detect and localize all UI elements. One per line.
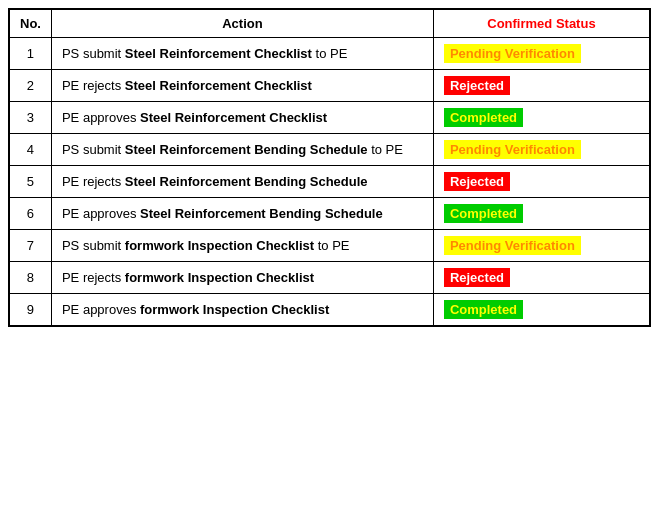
row-action-7: PS submit formwork Inspection Checklist … [51, 230, 433, 262]
row-action-5: PE rejects Steel Reinforcement Bending S… [51, 166, 433, 198]
row-no-4: 4 [9, 134, 51, 166]
row-status-3: Completed [433, 102, 650, 134]
header-status: Confirmed Status [433, 9, 650, 38]
header-action: Action [51, 9, 433, 38]
row-action-9: PE approves formwork Inspection Checklis… [51, 294, 433, 327]
row-status-8: Rejected [433, 262, 650, 294]
row-no-7: 7 [9, 230, 51, 262]
row-action-3: PE approves Steel Reinforcement Checklis… [51, 102, 433, 134]
row-status-4: Pending Verification [433, 134, 650, 166]
row-no-6: 6 [9, 198, 51, 230]
action-bold-4: Steel Reinforcement Bending Schedule [125, 142, 368, 157]
action-bold-9: formwork Inspection Checklist [140, 302, 329, 317]
action-bold-8: formwork Inspection Checklist [125, 270, 314, 285]
main-table: No. Action Confirmed Status 1PS submit S… [8, 8, 651, 327]
row-action-1: PS submit Steel Reinforcement Checklist … [51, 38, 433, 70]
action-bold-3: Steel Reinforcement Checklist [140, 110, 327, 125]
action-bold-5: Steel Reinforcement Bending Schedule [125, 174, 368, 189]
row-status-7: Pending Verification [433, 230, 650, 262]
row-status-1: Pending Verification [433, 38, 650, 70]
status-badge-5: Rejected [444, 172, 510, 191]
row-status-9: Completed [433, 294, 650, 327]
status-badge-7: Pending Verification [444, 236, 581, 255]
status-badge-2: Rejected [444, 76, 510, 95]
action-bold-1: Steel Reinforcement Checklist [125, 46, 312, 61]
row-no-8: 8 [9, 262, 51, 294]
row-no-5: 5 [9, 166, 51, 198]
row-no-2: 2 [9, 70, 51, 102]
row-status-6: Completed [433, 198, 650, 230]
status-badge-4: Pending Verification [444, 140, 581, 159]
action-bold-7: formwork Inspection Checklist [125, 238, 314, 253]
row-action-6: PE approves Steel Reinforcement Bending … [51, 198, 433, 230]
header-no: No. [9, 9, 51, 38]
status-badge-3: Completed [444, 108, 523, 127]
row-no-9: 9 [9, 294, 51, 327]
action-bold-6: Steel Reinforcement Bending Schedule [140, 206, 383, 221]
status-badge-6: Completed [444, 204, 523, 223]
row-status-2: Rejected [433, 70, 650, 102]
row-no-3: 3 [9, 102, 51, 134]
row-action-4: PS submit Steel Reinforcement Bending Sc… [51, 134, 433, 166]
row-action-8: PE rejects formwork Inspection Checklist [51, 262, 433, 294]
action-bold-2: Steel Reinforcement Checklist [125, 78, 312, 93]
row-no-1: 1 [9, 38, 51, 70]
row-status-5: Rejected [433, 166, 650, 198]
status-badge-8: Rejected [444, 268, 510, 287]
status-badge-1: Pending Verification [444, 44, 581, 63]
row-action-2: PE rejects Steel Reinforcement Checklist [51, 70, 433, 102]
status-badge-9: Completed [444, 300, 523, 319]
